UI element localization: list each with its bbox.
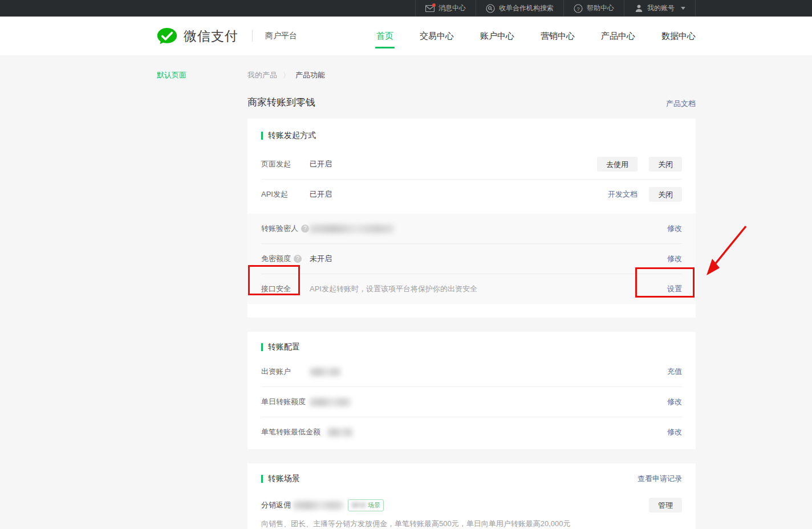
manage-button[interactable]: 管理 [649,498,682,512]
view-application-records-link[interactable]: 查看申请记录 [638,474,682,484]
card-transfer-scene: 转账场景 查看申请记录 分销返佣 场景 管理 向销售、团长、主播等分销方发放佣金… [247,463,696,529]
row-transfer-verifier: 转账验密人 ? 修改 [247,214,696,243]
redacted-value [310,225,394,233]
user-icon [634,4,643,13]
section-accent-bar [261,475,263,483]
row-status: 已开启 [310,159,332,169]
card-transfer-config: 转账配置 出资账户 充值 单日转账额度 修改 单笔转账最低金额 [247,332,696,449]
section-accent-bar [261,343,263,351]
close-api-initiate-button[interactable]: 关闭 [649,187,682,202]
row-distribution-commission: 分销返佣 场景 管理 [247,492,696,518]
row-label: API发起 [261,189,310,200]
row-page-initiate: 页面发起 已开启 去使用 关闭 [247,149,696,179]
scene-name: 分销返佣 [261,500,291,510]
row-min-amount: 单笔转账最低金额 修改 [247,417,696,447]
row-api-initiate: API发起 已开启 开发文档 关闭 [247,180,696,209]
row-label: 单日转账额度 [261,397,310,407]
search-icon [486,4,495,13]
help-center-menu[interactable]: ? 帮助中心 [563,0,624,17]
redacted-value [310,398,351,406]
wechat-pay-logo-icon [156,27,178,45]
acquirer-search-label: 收单合作机构搜索 [499,3,554,13]
nav-account-center[interactable]: 账户中心 [480,17,514,55]
scene-badge: 场景 [348,499,384,511]
modify-quota-link[interactable]: 修改 [667,254,682,264]
help-icon[interactable]: ? [301,225,309,233]
merchant-platform-page: 消息中心 收单合作机构搜索 ? 帮助中心 我的账号 [0,0,812,529]
breadcrumb-parent[interactable]: 我的产品 [247,70,277,80]
breadcrumb-separator-icon: 〉 [283,71,290,80]
row-funding-account: 出资账户 充值 [247,357,696,386]
help-center-label: 帮助中心 [587,3,614,13]
setup-security-link[interactable]: 设置 [667,284,682,294]
nav-home[interactable]: 首页 [376,17,393,55]
page-title: 商家转账到零钱 [247,96,315,109]
breadcrumb: 我的产品 〉 产品功能 [247,70,696,80]
row-label: 页面发起 [261,159,310,169]
message-center-label: 消息中心 [439,3,466,13]
row-description: API发起转账时，设置该项平台将保护你的出资安全 [310,284,477,294]
row-label: 免密额度 ? [261,254,310,264]
redacted-value [293,501,343,510]
redacted-value [351,502,366,508]
row-no-pin-quota: 免密额度 ? 未开启 修改 [247,244,696,274]
redacted-value [327,428,353,437]
section-title-config: 转账配置 [247,332,696,352]
brand: 微信支付 商户平台 [156,17,297,55]
notification-dot [432,3,436,7]
row-status: 已开启 [310,189,332,200]
nav-marketing-center[interactable]: 营销中心 [541,17,575,55]
product-doc-link[interactable]: 产品文档 [666,99,696,109]
go-use-button[interactable]: 去使用 [597,157,638,172]
site-header: 微信支付 商户平台 首页 交易中心 账户中心 营销中心 产品中心 数据中心 [0,17,812,55]
sidebar-item-default-page[interactable]: 默认页面 [157,70,186,80]
brand-divider [252,30,253,42]
section-title-text: 转账配置 [268,342,300,352]
platform-name: 商户平台 [265,31,297,41]
mail-icon [425,4,435,13]
close-page-initiate-button[interactable]: 关闭 [649,157,682,172]
row-status: 未开启 [310,254,332,264]
redacted-value [310,368,341,376]
my-account-label: 我的账号 [647,3,675,13]
api-settings-block: 转账验密人 ? 修改 免密额度 ? 未开启 修改 [247,214,696,304]
row-api-security: 接口安全 API发起转账时，设置该项平台将保护你的出资安全 设置 [247,274,696,304]
nav-data-center[interactable]: 数据中心 [661,17,696,55]
message-center-menu[interactable]: 消息中心 [415,0,476,17]
section-title-text: 转账场景 [268,474,300,484]
recharge-link[interactable]: 充值 [667,367,682,377]
row-label: 单笔转账最低金额 [261,427,320,437]
main-content: 我的产品 〉 产品功能 商家转账到零钱 产品文档 转账发起方式 页面发起 已开启… [247,67,696,529]
row-label: 接口安全 [261,284,310,294]
main-nav: 首页 交易中心 账户中心 营销中心 产品中心 数据中心 [376,17,696,55]
section-title-scene: 转账场景 查看申请记录 [247,463,696,484]
my-account-menu[interactable]: 我的账号 [624,0,696,17]
row-label: 出资账户 [261,367,310,377]
section-title-text: 转账发起方式 [268,131,316,141]
help-icon[interactable]: ? [294,255,302,263]
row-daily-limit: 单日转账额度 修改 [247,387,696,417]
question-icon: ? [574,4,583,13]
dev-doc-link[interactable]: 开发文档 [608,189,638,200]
page-title-row: 商家转账到零钱 产品文档 [247,96,696,109]
breadcrumb-current: 产品功能 [295,70,325,80]
section-title-initiation: 转账发起方式 [247,119,696,141]
scene-description: 向销售、团长、主播等分销方发放佣金，单笔转账最高500元，单日向单用户转账最高2… [247,519,696,529]
modify-min-amount-link[interactable]: 修改 [667,427,682,437]
modify-daily-limit-link[interactable]: 修改 [667,397,682,407]
section-accent-bar [261,132,263,140]
row-label: 转账验密人 ? [261,223,310,234]
acquirer-search-menu[interactable]: 收单合作机构搜索 [476,0,563,17]
nav-product-center[interactable]: 产品中心 [601,17,635,55]
card-transfer-initiation: 转账发起方式 页面发起 已开启 去使用 关闭 API发起 已开启 开发文档 关闭 [247,119,696,318]
scene-badge-label: 场景 [368,501,380,510]
modify-verifier-link[interactable]: 修改 [667,223,682,234]
nav-transaction-center[interactable]: 交易中心 [420,17,454,55]
annotation-arrow [700,222,752,282]
brand-name: 微信支付 [184,27,238,45]
top-utility-bar: 消息中心 收单合作机构搜索 ? 帮助中心 我的账号 [0,0,812,17]
chevron-down-icon [681,7,685,10]
svg-text:?: ? [576,6,579,11]
